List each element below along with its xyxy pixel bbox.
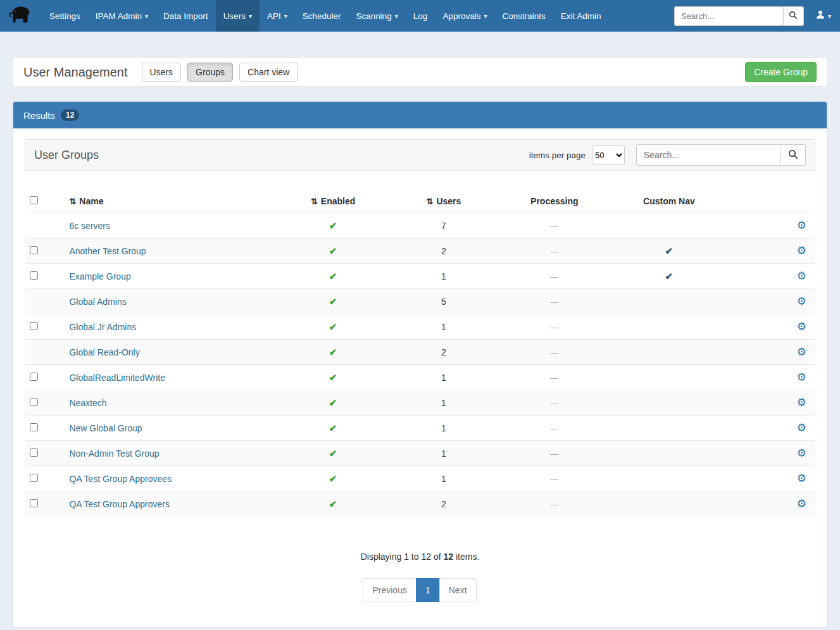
row-checkbox[interactable] xyxy=(30,246,38,254)
row-settings-gear-icon[interactable]: ⚙ xyxy=(797,397,806,409)
group-name-link[interactable]: Global Read-Only xyxy=(69,347,139,357)
displaying-prefix: Displaying 1 to 12 of xyxy=(361,552,441,562)
view-button-groups[interactable]: Groups xyxy=(187,63,233,82)
user-menu[interactable]: ▾ xyxy=(813,9,834,22)
custom-nav-check-icon: ✔ xyxy=(665,245,674,256)
navbar-search-button[interactable] xyxy=(783,6,804,26)
app-logo[interactable] xyxy=(5,3,33,28)
group-name-link[interactable]: QA Test Group Approvers xyxy=(69,499,170,509)
row-settings-gear-icon[interactable]: ⚙ xyxy=(797,295,806,307)
table-search-button[interactable] xyxy=(780,144,806,166)
group-name-link[interactable]: Example Group xyxy=(69,271,130,281)
nav-item-constraints[interactable]: Constraints xyxy=(494,0,553,32)
row-checkbox[interactable] xyxy=(30,423,38,431)
row-checkbox[interactable] xyxy=(30,499,38,507)
navbar-search-input[interactable] xyxy=(674,6,783,26)
nav-item-log[interactable]: Log xyxy=(406,0,436,32)
nav-item-label: Log xyxy=(413,11,428,21)
group-name-link[interactable]: Global Jr Admins xyxy=(69,322,136,332)
column-header-name[interactable]: ⇅Name xyxy=(64,190,277,213)
nav-item-scanning[interactable]: Scanning ▾ xyxy=(349,0,406,32)
nav-item-label: IPAM Admin xyxy=(96,11,142,21)
group-name-link[interactable]: 6c servers xyxy=(69,221,110,231)
results-title: Results xyxy=(23,110,55,121)
chevron-down-icon: ▾ xyxy=(484,13,487,20)
row-checkbox[interactable] xyxy=(30,271,38,280)
nav-item-data-import[interactable]: Data Import xyxy=(156,0,216,32)
group-name-link[interactable]: GlobalReadLimitedWrite xyxy=(69,373,165,383)
select-all-checkbox[interactable] xyxy=(30,196,38,204)
table-row: Global Admins ✔ 5 — ✔ ⚙ xyxy=(25,289,815,314)
row-settings-gear-icon[interactable]: ⚙ xyxy=(797,371,806,383)
row-checkbox[interactable] xyxy=(30,322,38,330)
group-name-link[interactable]: New Global Group xyxy=(69,423,142,433)
table-row: GlobalReadLimitedWrite ✔ 1 — ✔ ⚙ xyxy=(25,365,815,390)
nav-item-label: Settings xyxy=(49,11,80,21)
nav-item-label: Scheduler xyxy=(303,11,341,21)
users-count: 1 xyxy=(389,441,499,466)
processing-value: — xyxy=(550,424,558,433)
pagination-page-1[interactable]: 1 xyxy=(416,578,440,602)
results-panel: Results 12 User Groups items per page 50 xyxy=(13,101,827,628)
pagination-next[interactable]: Next xyxy=(439,578,477,602)
nav-item-ipam-admin[interactable]: IPAM Admin ▾ xyxy=(88,0,156,32)
page-title: User Management xyxy=(23,65,128,80)
sort-icon: ⇅ xyxy=(311,197,318,206)
view-button-chart-view[interactable]: Chart view xyxy=(239,63,298,82)
enabled-check-icon: ✔ xyxy=(329,220,337,231)
row-checkbox[interactable] xyxy=(30,448,38,457)
row-checkbox[interactable] xyxy=(30,398,38,406)
row-checkbox[interactable] xyxy=(30,474,38,482)
column-label: Name xyxy=(79,196,103,206)
row-settings-gear-icon[interactable]: ⚙ xyxy=(797,321,806,333)
column-header-users[interactable]: ⇅Users xyxy=(389,190,499,213)
enabled-check-icon: ✔ xyxy=(329,448,337,459)
nav-item-exit-admin[interactable]: Exit Admin xyxy=(553,0,609,32)
pagination-previous[interactable]: Previous xyxy=(363,578,416,602)
processing-value: — xyxy=(550,500,558,509)
nav-item-scheduler[interactable]: Scheduler xyxy=(295,0,349,32)
group-name-link[interactable]: Neaxtech xyxy=(69,398,106,408)
nav-item-users[interactable]: Users ▾ xyxy=(216,0,260,32)
processing-value: — xyxy=(550,323,558,332)
toolbar-controls: items per page 50 xyxy=(529,144,806,166)
navbar-left: Settings IPAM Admin ▾ Data Import Users … xyxy=(5,0,609,32)
group-name-link[interactable]: Global Admins xyxy=(69,297,126,307)
navbar-menu: Settings IPAM Admin ▾ Data Import Users … xyxy=(42,0,609,32)
create-group-button[interactable]: Create Group xyxy=(745,62,817,82)
row-settings-gear-icon[interactable]: ⚙ xyxy=(797,498,806,510)
row-settings-gear-icon[interactable]: ⚙ xyxy=(797,270,806,282)
processing-value: — xyxy=(550,348,558,357)
enabled-check-icon: ✔ xyxy=(329,271,337,281)
row-settings-gear-icon[interactable]: ⚙ xyxy=(797,245,806,257)
row-settings-gear-icon[interactable]: ⚙ xyxy=(797,447,806,459)
users-count: 5 xyxy=(389,289,499,314)
nav-item-label: Users xyxy=(223,11,246,21)
column-header-enabled[interactable]: ⇅Enabled xyxy=(278,190,389,213)
users-count: 1 xyxy=(389,416,499,441)
view-button-users[interactable]: Users xyxy=(142,63,182,82)
row-settings-gear-icon[interactable]: ⚙ xyxy=(797,346,806,358)
items-per-page-select[interactable]: 50 xyxy=(592,145,625,164)
nav-item-api[interactable]: API ▾ xyxy=(260,0,295,32)
view-button-label: Chart view xyxy=(248,67,289,77)
nav-item-approvals[interactable]: Approvals ▾ xyxy=(435,0,494,32)
group-name-link[interactable]: QA Test Group Approvees xyxy=(69,474,172,484)
nav-item-settings[interactable]: Settings xyxy=(42,0,88,32)
row-settings-gear-icon[interactable]: ⚙ xyxy=(797,422,806,434)
column-label: Enabled xyxy=(321,196,355,206)
group-name-link[interactable]: Non-Admin Test Group xyxy=(69,448,159,459)
table-row: QA Test Group Approvers ✔ 2 — ✔ ⚙ xyxy=(25,491,815,517)
table-search-input[interactable] xyxy=(636,144,780,166)
group-name-link[interactable]: Another Test Group xyxy=(69,246,146,256)
users-count: 2 xyxy=(389,340,499,365)
row-settings-gear-icon[interactable]: ⚙ xyxy=(797,219,806,232)
custom-nav-check-icon: ✔ xyxy=(665,271,674,281)
row-settings-gear-icon[interactable]: ⚙ xyxy=(797,472,806,485)
table-row: Example Group ✔ 1 — ✔ ⚙ xyxy=(25,264,815,289)
users-count: 7 xyxy=(389,213,499,238)
users-count: 1 xyxy=(389,264,499,289)
chevron-down-icon: ▾ xyxy=(145,13,148,20)
sort-icon: ⇅ xyxy=(427,197,434,206)
row-checkbox[interactable] xyxy=(30,373,38,381)
